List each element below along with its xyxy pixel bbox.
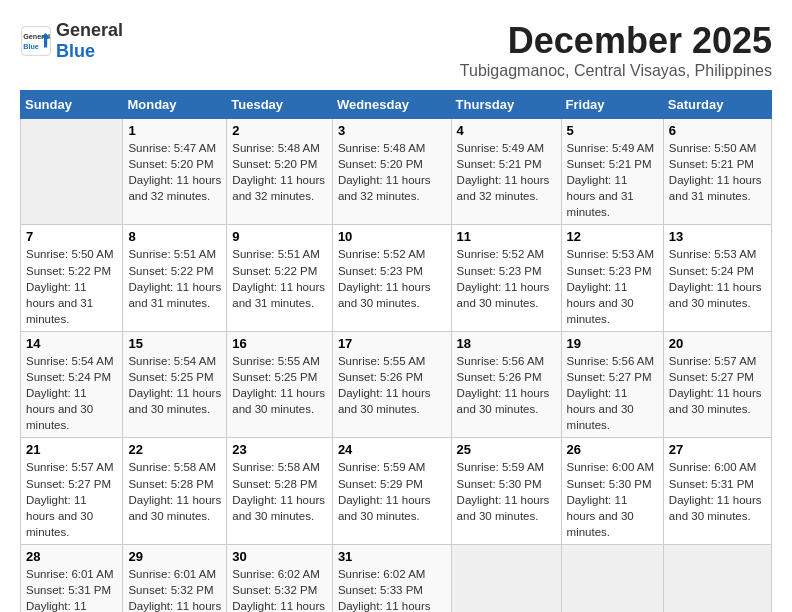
- day-info: Sunrise: 5:48 AMSunset: 5:20 PMDaylight:…: [338, 140, 446, 204]
- calendar-cell: 19Sunrise: 5:56 AMSunset: 5:27 PMDayligh…: [561, 331, 663, 437]
- day-info: Sunrise: 5:57 AMSunset: 5:27 PMDaylight:…: [669, 353, 766, 417]
- day-number: 25: [457, 442, 556, 457]
- calendar-cell: 10Sunrise: 5:52 AMSunset: 5:23 PMDayligh…: [332, 225, 451, 331]
- day-info: Sunrise: 5:47 AMSunset: 5:20 PMDaylight:…: [128, 140, 221, 204]
- calendar-cell: 20Sunrise: 5:57 AMSunset: 5:27 PMDayligh…: [663, 331, 771, 437]
- calendar-cell: 13Sunrise: 5:53 AMSunset: 5:24 PMDayligh…: [663, 225, 771, 331]
- logo-general-text: General: [56, 20, 123, 40]
- day-number: 17: [338, 336, 446, 351]
- day-number: 16: [232, 336, 327, 351]
- day-number: 27: [669, 442, 766, 457]
- day-info: Sunrise: 5:50 AMSunset: 5:21 PMDaylight:…: [669, 140, 766, 204]
- day-header-monday: Monday: [123, 91, 227, 119]
- calendar-cell: 23Sunrise: 5:58 AMSunset: 5:28 PMDayligh…: [227, 438, 333, 544]
- page-title: December 2025: [460, 20, 772, 62]
- page-header: General Blue General Blue December 2025 …: [20, 20, 772, 80]
- day-number: 29: [128, 549, 221, 564]
- calendar-cell: 9Sunrise: 5:51 AMSunset: 5:22 PMDaylight…: [227, 225, 333, 331]
- calendar-cell: [561, 544, 663, 612]
- calendar-week-2: 7Sunrise: 5:50 AMSunset: 5:22 PMDaylight…: [21, 225, 772, 331]
- day-info: Sunrise: 5:49 AMSunset: 5:21 PMDaylight:…: [567, 140, 658, 220]
- day-info: Sunrise: 5:56 AMSunset: 5:27 PMDaylight:…: [567, 353, 658, 433]
- day-number: 19: [567, 336, 658, 351]
- day-info: Sunrise: 5:52 AMSunset: 5:23 PMDaylight:…: [457, 246, 556, 310]
- day-header-wednesday: Wednesday: [332, 91, 451, 119]
- calendar-cell: 28Sunrise: 6:01 AMSunset: 5:31 PMDayligh…: [21, 544, 123, 612]
- day-info: Sunrise: 5:52 AMSunset: 5:23 PMDaylight:…: [338, 246, 446, 310]
- day-number: 20: [669, 336, 766, 351]
- day-number: 2: [232, 123, 327, 138]
- calendar-cell: 27Sunrise: 6:00 AMSunset: 5:31 PMDayligh…: [663, 438, 771, 544]
- day-header-sunday: Sunday: [21, 91, 123, 119]
- calendar-cell: 6Sunrise: 5:50 AMSunset: 5:21 PMDaylight…: [663, 119, 771, 225]
- calendar-cell: 8Sunrise: 5:51 AMSunset: 5:22 PMDaylight…: [123, 225, 227, 331]
- calendar-cell: 29Sunrise: 6:01 AMSunset: 5:32 PMDayligh…: [123, 544, 227, 612]
- calendar-week-1: 1Sunrise: 5:47 AMSunset: 5:20 PMDaylight…: [21, 119, 772, 225]
- day-number: 11: [457, 229, 556, 244]
- day-number: 10: [338, 229, 446, 244]
- day-info: Sunrise: 5:54 AMSunset: 5:25 PMDaylight:…: [128, 353, 221, 417]
- day-info: Sunrise: 5:55 AMSunset: 5:26 PMDaylight:…: [338, 353, 446, 417]
- day-info: Sunrise: 5:59 AMSunset: 5:29 PMDaylight:…: [338, 459, 446, 523]
- logo: General Blue General Blue: [20, 20, 123, 62]
- calendar-cell: 15Sunrise: 5:54 AMSunset: 5:25 PMDayligh…: [123, 331, 227, 437]
- day-header-thursday: Thursday: [451, 91, 561, 119]
- day-number: 3: [338, 123, 446, 138]
- calendar-cell: [21, 119, 123, 225]
- calendar-header-row: SundayMondayTuesdayWednesdayThursdayFrid…: [21, 91, 772, 119]
- day-info: Sunrise: 6:01 AMSunset: 5:32 PMDaylight:…: [128, 566, 221, 612]
- calendar-cell: 2Sunrise: 5:48 AMSunset: 5:20 PMDaylight…: [227, 119, 333, 225]
- calendar-week-4: 21Sunrise: 5:57 AMSunset: 5:27 PMDayligh…: [21, 438, 772, 544]
- day-header-tuesday: Tuesday: [227, 91, 333, 119]
- calendar-cell: 30Sunrise: 6:02 AMSunset: 5:32 PMDayligh…: [227, 544, 333, 612]
- day-info: Sunrise: 6:02 AMSunset: 5:32 PMDaylight:…: [232, 566, 327, 612]
- day-info: Sunrise: 5:53 AMSunset: 5:23 PMDaylight:…: [567, 246, 658, 326]
- day-header-friday: Friday: [561, 91, 663, 119]
- day-info: Sunrise: 5:54 AMSunset: 5:24 PMDaylight:…: [26, 353, 117, 433]
- day-number: 1: [128, 123, 221, 138]
- day-info: Sunrise: 5:53 AMSunset: 5:24 PMDaylight:…: [669, 246, 766, 310]
- calendar-cell: 12Sunrise: 5:53 AMSunset: 5:23 PMDayligh…: [561, 225, 663, 331]
- day-info: Sunrise: 5:51 AMSunset: 5:22 PMDaylight:…: [232, 246, 327, 310]
- day-info: Sunrise: 5:57 AMSunset: 5:27 PMDaylight:…: [26, 459, 117, 539]
- calendar-cell: 3Sunrise: 5:48 AMSunset: 5:20 PMDaylight…: [332, 119, 451, 225]
- day-info: Sunrise: 5:49 AMSunset: 5:21 PMDaylight:…: [457, 140, 556, 204]
- calendar-cell: 7Sunrise: 5:50 AMSunset: 5:22 PMDaylight…: [21, 225, 123, 331]
- day-info: Sunrise: 5:50 AMSunset: 5:22 PMDaylight:…: [26, 246, 117, 326]
- day-info: Sunrise: 5:58 AMSunset: 5:28 PMDaylight:…: [128, 459, 221, 523]
- logo-blue-text: Blue: [56, 41, 95, 61]
- calendar-table: SundayMondayTuesdayWednesdayThursdayFrid…: [20, 90, 772, 612]
- day-info: Sunrise: 5:55 AMSunset: 5:25 PMDaylight:…: [232, 353, 327, 417]
- calendar-cell: 1Sunrise: 5:47 AMSunset: 5:20 PMDaylight…: [123, 119, 227, 225]
- day-number: 4: [457, 123, 556, 138]
- day-info: Sunrise: 6:01 AMSunset: 5:31 PMDaylight:…: [26, 566, 117, 612]
- day-number: 12: [567, 229, 658, 244]
- calendar-cell: 5Sunrise: 5:49 AMSunset: 5:21 PMDaylight…: [561, 119, 663, 225]
- calendar-cell: 31Sunrise: 6:02 AMSunset: 5:33 PMDayligh…: [332, 544, 451, 612]
- day-number: 13: [669, 229, 766, 244]
- day-number: 23: [232, 442, 327, 457]
- calendar-cell: 17Sunrise: 5:55 AMSunset: 5:26 PMDayligh…: [332, 331, 451, 437]
- day-info: Sunrise: 6:00 AMSunset: 5:31 PMDaylight:…: [669, 459, 766, 523]
- title-block: December 2025 Tubigagmanoc, Central Visa…: [460, 20, 772, 80]
- calendar-cell: [663, 544, 771, 612]
- day-number: 31: [338, 549, 446, 564]
- day-number: 14: [26, 336, 117, 351]
- calendar-cell: 26Sunrise: 6:00 AMSunset: 5:30 PMDayligh…: [561, 438, 663, 544]
- day-number: 26: [567, 442, 658, 457]
- svg-text:Blue: Blue: [23, 42, 39, 51]
- page-subtitle: Tubigagmanoc, Central Visayas, Philippin…: [460, 62, 772, 80]
- calendar-cell: 14Sunrise: 5:54 AMSunset: 5:24 PMDayligh…: [21, 331, 123, 437]
- calendar-week-3: 14Sunrise: 5:54 AMSunset: 5:24 PMDayligh…: [21, 331, 772, 437]
- day-info: Sunrise: 5:59 AMSunset: 5:30 PMDaylight:…: [457, 459, 556, 523]
- day-number: 21: [26, 442, 117, 457]
- calendar-cell: 21Sunrise: 5:57 AMSunset: 5:27 PMDayligh…: [21, 438, 123, 544]
- calendar-cell: 4Sunrise: 5:49 AMSunset: 5:21 PMDaylight…: [451, 119, 561, 225]
- day-number: 22: [128, 442, 221, 457]
- day-info: Sunrise: 5:56 AMSunset: 5:26 PMDaylight:…: [457, 353, 556, 417]
- day-info: Sunrise: 5:58 AMSunset: 5:28 PMDaylight:…: [232, 459, 327, 523]
- day-number: 8: [128, 229, 221, 244]
- day-info: Sunrise: 5:48 AMSunset: 5:20 PMDaylight:…: [232, 140, 327, 204]
- day-number: 9: [232, 229, 327, 244]
- calendar-cell: [451, 544, 561, 612]
